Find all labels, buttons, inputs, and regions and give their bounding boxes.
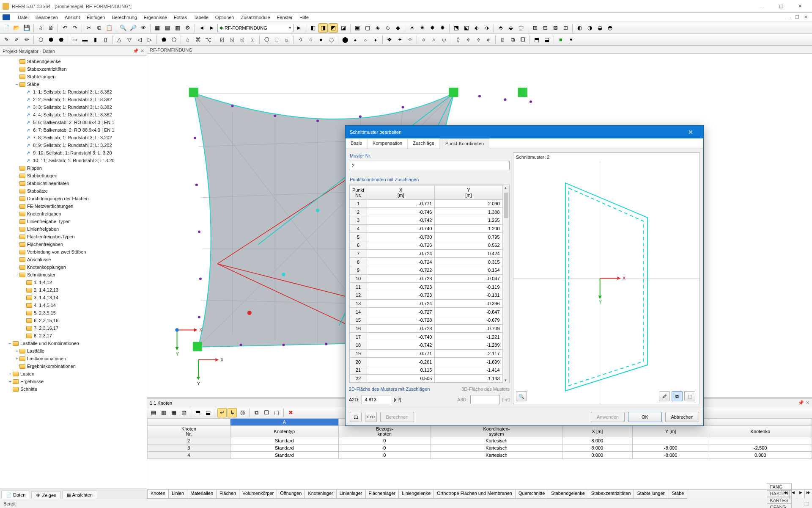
menu-ansicht[interactable]: Ansicht: [61, 14, 83, 21]
tool-c-icon[interactable]: ◩: [329, 23, 338, 33]
tree-folder[interactable]: Stabendgelenke: [1, 58, 147, 65]
tbl-tool-icon[interactable]: ◎: [238, 408, 247, 417]
tree-folder[interactable]: +Lastfälle: [1, 347, 147, 355]
zoom-window-icon[interactable]: 🔎: [129, 23, 138, 33]
tool2-icon[interactable]: ✦: [395, 35, 404, 44]
menu-fenster[interactable]: Fenster: [274, 14, 296, 21]
app-menu-icon[interactable]: [3, 14, 10, 20]
navigator-tree[interactable]: StabendgelenkeStabexzentrizitätenStabtei…: [0, 56, 147, 489]
tree-folder[interactable]: Verbindung von zwei Stäben: [1, 248, 147, 256]
close-button[interactable]: ✕: [790, 0, 809, 12]
tree-folder[interactable]: 8: 2,3,17: [1, 332, 147, 340]
tree-folder[interactable]: Ergebniskombinationen: [1, 362, 147, 370]
tb-icon[interactable]: ⬕: [462, 23, 471, 33]
tree-item[interactable]: ↗8: 9; Seilstab; 1: Rundstahl 3; L: 3.20…: [1, 141, 147, 149]
tb-icon[interactable]: ◇: [383, 23, 392, 33]
tool2-icon[interactable]: ⍄: [248, 35, 257, 44]
tb-icon[interactable]: ◓: [605, 23, 614, 33]
tool2-icon[interactable]: ◌: [326, 35, 336, 44]
tool2-icon[interactable]: ⌥: [203, 35, 213, 44]
status-seg-ofang[interactable]: OFANG: [767, 504, 792, 508]
tb-icon[interactable]: ◈: [373, 23, 382, 33]
tb-icon[interactable]: ◆: [393, 23, 403, 33]
dialog-points-table[interactable]: PunktNr.X[m]Y[m]1-0.7712.0902-0.7461.388…: [349, 185, 510, 383]
bottom-tab-liniengelenke[interactable]: Liniengelenke: [398, 490, 434, 499]
next-lc-icon[interactable]: ►: [294, 23, 304, 33]
redo-icon[interactable]: ↷: [70, 23, 80, 33]
bottom-tab-flächen[interactable]: Flächen: [216, 490, 239, 499]
bottom-tab-öffnungen[interactable]: Öffnungen: [277, 490, 305, 499]
tree-folder[interactable]: 2: 1,4,12,13: [1, 286, 147, 294]
tool2-icon[interactable]: ▽: [125, 35, 134, 44]
bottom-tab-materialien[interactable]: Materialien: [187, 490, 217, 499]
tree-folder[interactable]: 4: 1,4,5,14: [1, 301, 147, 309]
tool2-icon[interactable]: ⬟: [159, 35, 168, 44]
tool2-icon[interactable]: ▬: [80, 35, 90, 44]
tree-item[interactable]: ↗7: 8; Seilstab; 1: Rundstahl 3; L: 3.20…: [1, 134, 147, 141]
tb-icon[interactable]: ✸: [428, 23, 437, 33]
tbl-tool-icon[interactable]: ✖: [286, 408, 295, 417]
bottom-tab-knotenlager[interactable]: Knotenlager: [304, 490, 336, 499]
tree-folder[interactable]: Stabsätze: [1, 187, 147, 195]
nav-left-icon[interactable]: ◄: [197, 23, 206, 33]
tb-icon[interactable]: ▣: [353, 23, 362, 33]
menu-bearbeiten[interactable]: Bearbeiten: [32, 14, 61, 21]
tool2-icon[interactable]: ⬡: [36, 35, 45, 44]
menu-extras[interactable]: Extras: [170, 14, 190, 21]
tree-folder[interactable]: Stabexzentrizitäten: [1, 65, 147, 73]
status-3d-icon[interactable]: ⬚: [804, 501, 809, 506]
tool2-icon[interactable]: ⟡: [464, 35, 473, 44]
tool2-icon[interactable]: ⧠: [518, 35, 527, 44]
tool2-icon[interactable]: ⬒: [532, 35, 541, 44]
tree-folder[interactable]: Rippen: [1, 164, 147, 172]
preview-tool-2[interactable]: ⧉: [672, 391, 683, 401]
tbl-tool-icon[interactable]: ⧉: [252, 408, 261, 417]
tree-folder[interactable]: 7: 2,3,16,17: [1, 324, 147, 332]
bottom-tab-flächenlager[interactable]: Flächenlager: [365, 490, 399, 499]
tool2-icon[interactable]: ⍂: [228, 35, 237, 44]
mdi-restore-icon[interactable]: ❐: [793, 14, 801, 21]
menu-einfügen[interactable]: Einfügen: [83, 14, 108, 21]
tbl-tool-icon[interactable]: ▧: [179, 408, 189, 417]
tool2-icon[interactable]: ⎔: [262, 35, 271, 44]
tool2-icon[interactable]: ⬠: [169, 35, 178, 44]
tree-folder[interactable]: FE-Netzverdichtungen: [1, 202, 147, 210]
tool2-icon[interactable]: ⬓: [542, 35, 551, 44]
help-button[interactable]: 🕮: [350, 412, 362, 422]
tbl-tool-icon[interactable]: ↳: [228, 408, 237, 417]
paste-icon[interactable]: 📋: [104, 23, 114, 33]
tb-icon[interactable]: ⬔: [452, 23, 461, 33]
bottom-tab-stabteilungen[interactable]: Stabteilungen: [634, 490, 669, 499]
grid-icon[interactable]: ▦: [153, 23, 162, 33]
units-button[interactable]: 0.00: [365, 412, 377, 422]
tree-folder[interactable]: Anschlüsse: [1, 256, 147, 263]
settings-icon[interactable]: ⚙: [183, 23, 192, 33]
tab-nav-icon[interactable]: ⏭: [804, 490, 812, 499]
tool2-icon[interactable]: ◊: [296, 35, 305, 44]
status-seg-raster[interactable]: RASTER: [767, 490, 792, 497]
menu-zusatzmodule[interactable]: Zusatzmodule: [238, 14, 274, 21]
dialog-tab-basis[interactable]: Basis: [346, 138, 368, 149]
tool2-icon[interactable]: ⬣: [56, 35, 66, 44]
tool2-icon[interactable]: ⌘: [193, 35, 203, 44]
tree-folder[interactable]: +Ergebnisse: [1, 378, 147, 385]
tree-folder[interactable]: 3: 1,4,13,14: [1, 294, 147, 301]
preview-tool-1[interactable]: 🖉: [659, 391, 670, 401]
nav-tab-ansichten[interactable]: ▦ Ansichten: [62, 491, 97, 499]
tool2-icon[interactable]: ⟒: [439, 35, 449, 44]
tool-d-icon[interactable]: ◪: [339, 23, 348, 33]
zoom-icon[interactable]: 🔍: [118, 23, 128, 33]
tool2-icon[interactable]: ✎: [2, 35, 11, 44]
close-icon[interactable]: ✕: [806, 400, 809, 406]
tree-folder[interactable]: 6: 2,3,15,16: [1, 317, 147, 324]
tool2-icon[interactable]: ■: [556, 35, 565, 44]
tool2-icon[interactable]: ⟐: [419, 35, 428, 44]
tool2-icon[interactable]: △: [115, 35, 124, 44]
tree-folder[interactable]: −Lastfälle und Kombinationen: [1, 340, 147, 347]
bottom-tab-linienlager[interactable]: Linienlager: [336, 490, 366, 499]
tool2-icon[interactable]: ⟑: [429, 35, 439, 44]
muster-nr-input[interactable]: 2: [349, 161, 510, 170]
tbl-tool-icon[interactable]: ⧠: [262, 408, 271, 417]
print-icon[interactable]: 🖨: [36, 23, 45, 33]
tool2-icon[interactable]: ▮: [91, 35, 100, 44]
